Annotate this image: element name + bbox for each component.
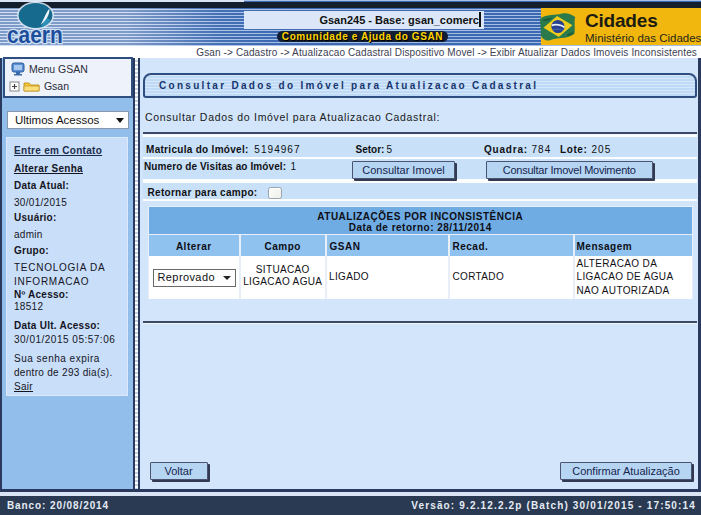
svg-text:caern: caern	[7, 22, 63, 46]
